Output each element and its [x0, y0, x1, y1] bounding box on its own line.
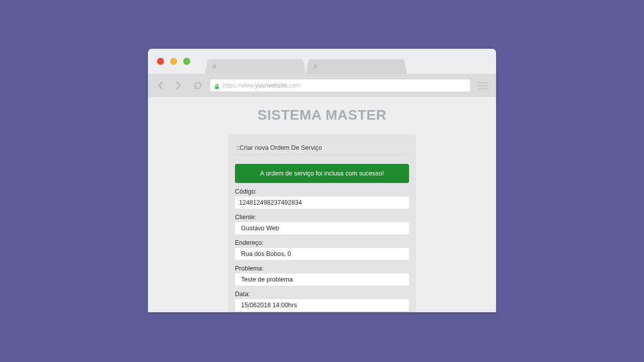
field-cliente: Cliente: Gustavo Web [235, 214, 409, 234]
label-codigo: Código: [235, 188, 409, 195]
back-icon[interactable] [156, 80, 166, 90]
service-order-card: ::Criar nova Ordem De Serviço A ordem de… [228, 134, 416, 312]
input-problema[interactable]: Teste de problema [235, 274, 409, 286]
field-endereco: Endereço: Rua dos Bobos, 0 [235, 239, 409, 260]
url-bar[interactable]: https://www.yourwebsite.com [210, 79, 470, 92]
url-prefix: https://www. [222, 82, 255, 89]
menu-icon[interactable] [478, 80, 488, 91]
forward-icon[interactable] [173, 80, 183, 90]
window-controls [157, 58, 190, 65]
reload-icon[interactable] [193, 81, 202, 90]
label-problema: Problema: [235, 265, 409, 272]
page-title: SISTEMA MASTER [148, 107, 496, 123]
success-alert: A ordem de serviço foi inclusa com suces… [235, 164, 409, 183]
url-text: https://www.yourwebsite.com [222, 82, 300, 89]
input-codigo[interactable]: 124812498237492834 [235, 197, 409, 209]
url-suffix: .com [287, 82, 300, 89]
field-data: Data: 15/062018 14:00hrs [235, 291, 409, 311]
close-window-icon[interactable] [157, 58, 164, 65]
input-data[interactable]: 15/062018 14:00hrs [235, 299, 409, 311]
browser-tabs [206, 59, 406, 74]
minimize-window-icon[interactable] [170, 58, 177, 65]
input-endereco[interactable]: Rua dos Bobos, 0 [235, 248, 409, 260]
maximize-window-icon[interactable] [183, 58, 190, 65]
field-problema: Problema: Teste de problema [235, 265, 409, 286]
browser-tabbar [148, 49, 496, 74]
nav-controls [156, 80, 202, 90]
browser-tab[interactable] [205, 59, 305, 74]
browser-toolbar: https://www.yourwebsite.com [148, 74, 496, 97]
page-viewport: SISTEMA MASTER ::Criar nova Ordem De Ser… [148, 97, 496, 312]
label-cliente: Cliente: [235, 214, 409, 221]
url-domain: yourwebsite [255, 82, 287, 89]
svg-rect-0 [215, 86, 219, 89]
browser-tab[interactable] [306, 59, 407, 74]
label-endereco: Endereço: [235, 239, 409, 246]
lock-icon [214, 82, 219, 88]
browser-window: https://www.yourwebsite.com SISTEMA MAST… [148, 49, 496, 312]
field-codigo: Código: 124812498237492834 [235, 188, 409, 209]
input-cliente[interactable]: Gustavo Web [235, 222, 409, 234]
label-data: Data: [235, 291, 409, 298]
card-header: ::Criar nova Ordem De Serviço [235, 141, 409, 155]
